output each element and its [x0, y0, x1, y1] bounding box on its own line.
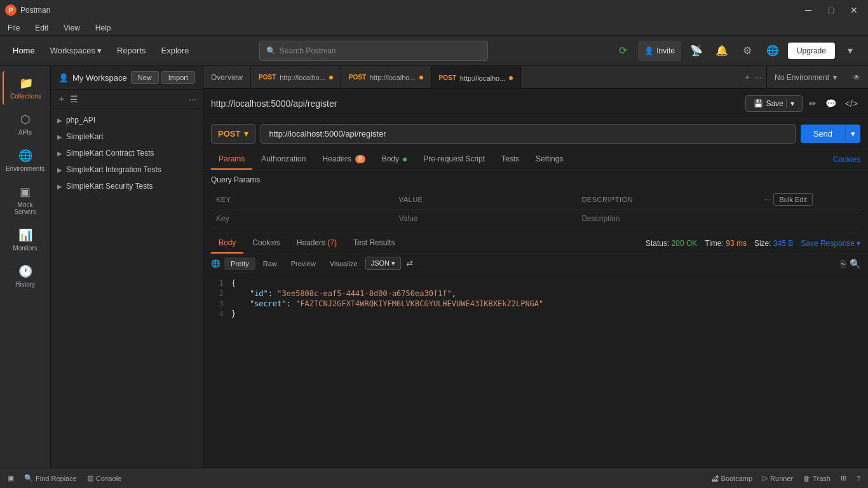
tab-authorization[interactable]: Authorization — [254, 149, 313, 170]
nav-explore[interactable]: Explore — [156, 42, 194, 59]
apis-label: APIs — [18, 129, 32, 136]
params-more-icon[interactable]: ··· — [764, 196, 771, 203]
sidebar-item-environments[interactable]: 🌐 Environments — [3, 144, 48, 177]
import-button[interactable]: Import — [161, 71, 195, 84]
url-input[interactable] — [261, 124, 795, 144]
save-label[interactable]: Save — [766, 99, 783, 108]
new-button[interactable]: New — [131, 71, 159, 84]
collection-simplekart-contract[interactable]: ▶ SimpleKart Contract Tests — [51, 145, 203, 161]
format-tab-raw[interactable]: Raw — [257, 257, 283, 270]
tab-request-3[interactable]: POST http://localho... — [431, 66, 522, 89]
toggle-sidebar-button[interactable]: ▣ — [8, 474, 14, 482]
save-dropdown-arrow[interactable]: ▾ — [786, 99, 794, 108]
response-tab-cookies[interactable]: Cookies — [245, 233, 287, 254]
collection-php-api[interactable]: ▶ php_API — [51, 112, 203, 128]
trash-button[interactable]: 🗑 Trash — [803, 475, 831, 482]
sidebar-item-monitors[interactable]: 📊 Monitors — [3, 223, 48, 257]
bootcamp-button[interactable]: 🏕 Bootcamp — [712, 475, 753, 482]
format-type-select[interactable]: JSON ▾ — [365, 257, 401, 270]
request-url-display: http://localhost:5000/api/register — [211, 98, 740, 109]
comment-icon-button[interactable]: 💬 — [823, 96, 839, 111]
maximize-button[interactable]: □ — [822, 1, 840, 19]
format-tab-pretty[interactable]: Pretty — [224, 257, 255, 270]
tab-settings[interactable]: Settings — [528, 149, 571, 170]
tab-headers[interactable]: Headers 8 — [315, 149, 372, 170]
response-tab-headers[interactable]: Headers (7) — [289, 233, 344, 254]
menu-view[interactable]: View — [61, 22, 83, 34]
request-panel: Overview POST http://localho... POST htt… — [203, 66, 868, 468]
nav-reports[interactable]: Reports — [112, 42, 151, 59]
save-response-button[interactable]: Save Response ▾ — [801, 239, 860, 248]
close-button[interactable]: ✕ — [845, 1, 863, 19]
response-tab-body[interactable]: Body — [211, 233, 243, 254]
bulk-edit-button[interactable]: Bulk Edit — [773, 193, 812, 206]
send-dropdown-arrow[interactable]: ▾ — [845, 125, 860, 143]
search-bar[interactable]: 🔍 Search Postman — [259, 41, 488, 61]
tab-body[interactable]: Body — [374, 149, 415, 170]
menu-file[interactable]: File — [5, 22, 22, 34]
tab-request-2[interactable]: POST http://localho... — [341, 66, 431, 89]
more-tabs-icon[interactable]: ··· — [755, 73, 761, 82]
response-tab-test-results[interactable]: Test Results — [346, 233, 402, 254]
sidebar-item-collections[interactable]: 📁 Collections — [3, 71, 48, 105]
env-eye-icon[interactable]: 👁 — [853, 73, 860, 82]
invite-button[interactable]: 👤 Invite — [638, 41, 681, 61]
method-select[interactable]: POST ▾ — [211, 124, 255, 144]
runner-button[interactable]: ▷ Runner — [763, 474, 793, 482]
word-wrap-icon-button[interactable]: ⇄ — [406, 259, 413, 268]
find-replace-button[interactable]: 🔍 Find Replace — [24, 474, 77, 482]
tab-request-1[interactable]: POST http://localho... — [251, 66, 341, 89]
tab-overview[interactable]: Overview — [203, 66, 251, 89]
sidebar-item-history[interactable]: 🕐 History — [3, 259, 48, 293]
send-button[interactable]: Send — [801, 125, 845, 143]
settings-icon-button[interactable]: ⚙ — [737, 41, 757, 61]
help-button[interactable]: ? — [857, 475, 860, 482]
sidebar-item-apis[interactable]: ⬡ APIs — [3, 107, 48, 141]
format-tab-visualize[interactable]: Visualize — [323, 257, 364, 270]
format-tab-preview[interactable]: Preview — [285, 257, 322, 270]
request-tabs: Params Authorization Headers 8 Body Pre-… — [203, 149, 868, 170]
environments-icon: 🌐 — [18, 149, 32, 163]
profile-icon-button[interactable]: 🌐 — [763, 41, 783, 61]
tab-tests[interactable]: Tests — [494, 149, 527, 170]
add-collection-icon[interactable]: ＋ — [57, 93, 66, 105]
cookies-link[interactable]: Cookies — [833, 155, 860, 164]
nav-home[interactable]: Home — [8, 42, 40, 59]
tab-pre-request-script[interactable]: Pre-request Script — [416, 149, 492, 170]
nav-workspaces[interactable]: Workspaces ▾ — [45, 42, 107, 59]
copy-response-button[interactable]: ⎘ — [841, 259, 846, 269]
user-icon: 👤 — [58, 73, 69, 83]
environment-selector[interactable]: No Environment ▾ 👁 — [766, 66, 868, 89]
dropdown-arrow-button[interactable]: ▾ — [840, 41, 860, 61]
collection-simplekart-security[interactable]: ▶ SimpleKart Security Tests — [51, 178, 203, 194]
layout-button[interactable]: ⊞ — [841, 474, 846, 482]
tab-params[interactable]: Params — [211, 149, 252, 170]
satellite-icon-button[interactable]: 📡 — [686, 41, 707, 61]
app-title: Postman — [20, 6, 50, 15]
add-tab-icon[interactable]: ＋ — [743, 72, 751, 83]
code-line-4: 4 } — [203, 309, 868, 319]
console-button[interactable]: ▥ Console — [87, 474, 121, 482]
collection-simplekart[interactable]: ▶ SimpleKart — [51, 128, 203, 145]
code-icon-button[interactable]: </> — [843, 96, 860, 111]
search-placeholder: Search Postman — [280, 46, 336, 55]
filter-icon[interactable]: ☰ — [70, 94, 78, 104]
sidebar-item-mock-servers[interactable]: ▣ Mock Servers — [3, 180, 48, 220]
monitors-icon: 📊 — [18, 228, 32, 242]
size-label: Size: 345 B — [754, 239, 793, 248]
collection-simplekart-integration[interactable]: ▶ SimpleKart Integration Tests — [51, 161, 203, 178]
more-options-icon[interactable]: ··· — [189, 94, 196, 104]
bottom-bar: ▣ 🔍 Find Replace ▥ Console 🏕 Bootcamp ▷ … — [0, 468, 868, 488]
menu-help[interactable]: Help — [93, 22, 114, 34]
notification-icon-button[interactable]: 🔔 — [712, 41, 732, 61]
search-response-button[interactable]: 🔍 — [850, 259, 860, 269]
key-input[interactable] — [216, 214, 389, 223]
value-input[interactable] — [399, 214, 572, 223]
menu-edit[interactable]: Edit — [32, 22, 51, 34]
description-input[interactable] — [581, 214, 754, 223]
upgrade-button[interactable]: Upgrade — [788, 43, 835, 59]
bootcamp-label: Bootcamp — [721, 475, 753, 482]
sync-icon-button[interactable]: ⟳ — [613, 41, 633, 61]
minimize-button[interactable]: ─ — [799, 1, 817, 19]
edit-icon-button[interactable]: ✏ — [806, 96, 819, 111]
